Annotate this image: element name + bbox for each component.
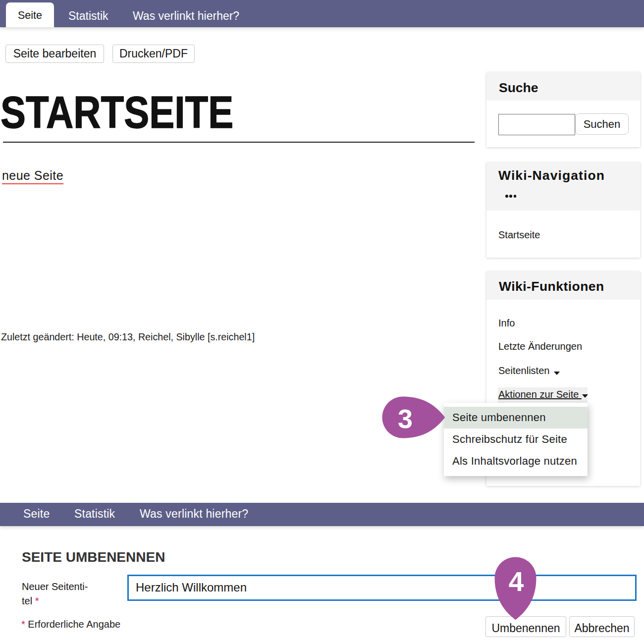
svg-text:4: 4: [509, 566, 524, 597]
svg-text:3: 3: [398, 404, 413, 433]
